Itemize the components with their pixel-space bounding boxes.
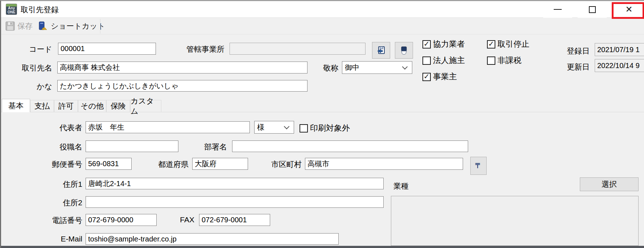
- anyone-logo-icon: Any ONE: [6, 4, 17, 15]
- updated-date-label: 更新日: [552, 62, 590, 72]
- fax-input[interactable]: [199, 214, 270, 226]
- partner-name-label: 取引先名: [16, 63, 52, 73]
- email-input[interactable]: [86, 233, 339, 245]
- industry-list-box[interactable]: [391, 196, 639, 246]
- tab-sonota[interactable]: その他: [78, 100, 106, 112]
- updated-date-field: [595, 59, 644, 72]
- checkbox-icon[interactable]: ✓: [422, 73, 431, 81]
- minimize-button[interactable]: [543, 1, 572, 18]
- title-bar: Any ONE 取引先登録 ✕: [1, 1, 644, 18]
- office-input[interactable]: [230, 43, 366, 55]
- honorific-value: 御中: [342, 63, 403, 72]
- save-button[interactable]: 保存: [3, 18, 35, 34]
- postal-code-label: 郵便番号: [39, 159, 82, 169]
- kana-label: かな: [16, 81, 52, 92]
- industry-label: 業種: [393, 181, 409, 191]
- tab-shiharai[interactable]: 支払: [30, 100, 54, 112]
- flag-hojin-seshu[interactable]: 法人施主: [422, 55, 465, 66]
- shortcut-button[interactable]: ショートカット: [36, 18, 107, 34]
- address1-label: 住所1: [55, 179, 82, 189]
- shortcut-icon: [38, 21, 48, 31]
- minimize-icon: [554, 9, 562, 10]
- close-icon: ✕: [625, 5, 632, 14]
- app-window: Any ONE 取引先登録 ✕ 保存: [0, 0, 644, 248]
- flag-torihiki-teishi[interactable]: ✓ 取引停止: [487, 39, 529, 50]
- load-arrow-icon: [377, 46, 385, 55]
- address2-input[interactable]: [86, 196, 384, 208]
- flag-kyoryoku-gyosha[interactable]: ✓ 協力業者: [422, 39, 465, 50]
- address2-label: 住所2: [55, 198, 82, 208]
- chevron-down-icon: [284, 123, 290, 129]
- position-input[interactable]: [86, 140, 178, 152]
- print-exclude-flag[interactable]: 印刷対象外: [300, 123, 350, 134]
- checkbox-icon[interactable]: ✓: [422, 40, 431, 49]
- department-label: 部署名: [184, 142, 227, 152]
- representative-input[interactable]: [86, 121, 250, 133]
- department-input[interactable]: [232, 140, 468, 152]
- eraser-icon: [400, 46, 408, 55]
- tab-divider: [1, 112, 644, 112]
- representative-honorific-select[interactable]: 様: [254, 121, 294, 134]
- code-input[interactable]: [58, 43, 156, 55]
- checkbox-icon[interactable]: [487, 56, 495, 65]
- postal-lookup-button[interactable]: 〒: [470, 157, 487, 175]
- code-label: コード: [16, 44, 52, 54]
- honorific-select[interactable]: 御中: [342, 61, 412, 74]
- honorific-label: 敬称: [313, 63, 338, 73]
- representative-label: 代表者: [45, 123, 82, 133]
- prefecture-input[interactable]: [192, 158, 248, 170]
- window-bottom-edge: [1, 246, 644, 248]
- office-lookup-button[interactable]: [372, 42, 390, 59]
- toolbar-separator: [100, 19, 100, 34]
- shortcut-button-label: ショートカット: [51, 21, 105, 31]
- close-button[interactable]: ✕: [613, 1, 644, 18]
- address1-input[interactable]: [86, 178, 384, 189]
- office-clear-button[interactable]: [395, 42, 413, 59]
- floppy-disk-icon: [5, 21, 15, 31]
- tab-hoken[interactable]: 保険: [106, 100, 130, 112]
- window-title: 取引先登録: [21, 5, 59, 15]
- postal-mark-icon: 〒: [475, 161, 482, 171]
- tab-custom[interactable]: カスタム: [130, 100, 161, 112]
- logo-text-bottom: ONE: [6, 10, 17, 14]
- chevron-down-icon: [402, 64, 408, 70]
- position-label: 役職名: [45, 142, 82, 152]
- checkbox-icon[interactable]: [300, 124, 308, 133]
- checkbox-icon[interactable]: [422, 56, 431, 65]
- checkbox-icon[interactable]: ✓: [487, 40, 495, 49]
- flag-jigyonushi[interactable]: ✓ 事業主: [422, 71, 457, 82]
- email-label: E-Mail: [52, 235, 82, 243]
- registered-date-field: [595, 43, 644, 56]
- partner-name-input[interactable]: [57, 62, 307, 73]
- city-label: 市区町村: [259, 159, 302, 169]
- maximize-button[interactable]: [578, 1, 607, 18]
- fax-label: FAX: [174, 215, 194, 224]
- save-button-label: 保存: [17, 21, 33, 31]
- representative-honorific-value: 様: [255, 122, 285, 132]
- city-input[interactable]: [305, 158, 463, 170]
- kana-input[interactable]: [57, 80, 307, 92]
- postal-code-input[interactable]: [86, 158, 132, 170]
- office-label: 管轄事業所: [161, 44, 224, 54]
- toolbar: 保存 ショートカット: [1, 18, 644, 34]
- tab-kyoka[interactable]: 許可: [54, 100, 78, 112]
- tab-kihon[interactable]: 基本: [2, 99, 30, 112]
- registered-date-label: 登録日: [552, 46, 590, 56]
- flag-hikazei[interactable]: 非課税: [487, 55, 521, 66]
- prefecture-label: 都道府県: [145, 159, 189, 169]
- phone-label: 電話番号: [39, 215, 82, 226]
- maximize-icon: [589, 6, 596, 13]
- logo-text-top: Any: [6, 6, 17, 10]
- phone-input[interactable]: [86, 214, 157, 226]
- industry-select-button[interactable]: 選択: [580, 177, 639, 191]
